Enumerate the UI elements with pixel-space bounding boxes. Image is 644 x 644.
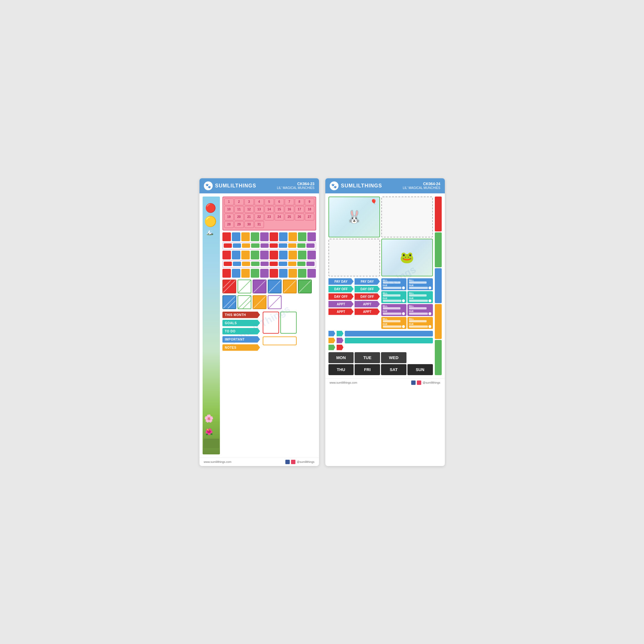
due-line-b2 <box>409 287 428 289</box>
header-left-2: 🐾 SUMLILTHINGS <box>330 181 382 190</box>
balloon-red: 🔴 <box>205 203 216 213</box>
due-circle-b1 <box>402 286 405 289</box>
appt-label-1: APPT <box>329 301 354 308</box>
instagram-icon-1 <box>291 460 295 464</box>
due-row-t2 <box>409 299 431 302</box>
bar-red-2 <box>269 232 278 241</box>
num-31: 31 <box>254 221 264 228</box>
bill-box-orange-1: BILL DUE <box>381 317 407 329</box>
hbar-blue-3 <box>233 262 241 266</box>
num-19: 19 <box>224 214 234 220</box>
due-row-o2 <box>409 325 431 328</box>
bill-label-p2: BILL <box>409 305 431 307</box>
due-row-t1 <box>383 299 405 302</box>
diagonal-svg-8 <box>238 296 251 308</box>
hbar-red-4 <box>269 262 278 266</box>
flag-bar-row-3 <box>329 345 433 350</box>
sheet-1-footer: www.sumlilthings.com @sumlilthings <box>199 458 319 466</box>
appt-label-4: APPT <box>355 308 380 315</box>
bill-box-purple-2: BILL DUE <box>408 304 433 316</box>
instagram-icon-2 <box>417 380 421 385</box>
num-7: 7 <box>285 198 294 205</box>
due-circle-b2 <box>429 286 431 289</box>
notes-flag: NOTES <box>222 344 260 351</box>
day-wed: WED <box>381 352 407 363</box>
bill-line-t2 <box>409 294 427 297</box>
days-row-1: MON TUE WED <box>329 352 433 363</box>
sq-orange-2 <box>252 295 266 309</box>
due-row-o1 <box>383 325 405 328</box>
num-6: 6 <box>275 198 284 205</box>
number-row-4: 28 29 30 31 <box>224 221 314 228</box>
bar-blue-3 <box>232 251 240 259</box>
appt-text-4: APPT <box>363 310 372 314</box>
outline-box-orange-wide <box>263 336 297 345</box>
bar-purple-4 <box>307 251 316 259</box>
bill-label-b1: BILL <box>383 279 405 281</box>
goals-label: GOALS <box>225 321 237 325</box>
left-decoration: 🔴 🟡 🏔️ 🌸 🌺 <box>203 197 220 454</box>
sheet-2-header: 🐾 SUMLILTHINGS CK064-24 LIL' MAGICAL MUN… <box>325 178 445 193</box>
logo-icon-2: 🐾 <box>330 181 339 190</box>
long-bar-blue <box>345 331 433 336</box>
num-13: 13 <box>254 206 264 213</box>
due-circle-o2 <box>429 325 431 328</box>
bar-purple-6 <box>307 269 316 278</box>
hbar-blue-4 <box>279 262 287 266</box>
product-subtitle-1: LIL' MAGICAL MUNCHIES <box>277 186 314 190</box>
payday-label-2: PAY DAY <box>355 278 380 285</box>
num-28: 28 <box>224 221 234 228</box>
dayoff-text-2: DAY OFF <box>361 287 374 291</box>
header-left-1: 🐾 SUMLILTHINGS <box>204 181 256 190</box>
num-4: 4 <box>254 198 264 205</box>
bars-row-1 <box>222 232 316 241</box>
due-row-b1 <box>383 286 405 289</box>
appt-text-1: APPT <box>337 303 345 306</box>
bill-line-o2 <box>409 320 427 322</box>
notes-label: NOTES <box>225 346 236 349</box>
bar-red-5 <box>222 269 231 278</box>
color-bars <box>222 232 316 278</box>
num-12: 12 <box>244 206 254 213</box>
due-line-t1 <box>383 300 402 302</box>
goals-flag: GOALS <box>222 320 260 326</box>
due-circle-p2 <box>429 312 431 315</box>
hbar-purple-1 <box>260 243 269 248</box>
mountain: 🏔️ <box>206 228 214 236</box>
svg-line-3 <box>253 280 266 293</box>
number-row-2: 10 11 12 13 14 15 16 17 18 <box>224 206 314 213</box>
social-handle-1: @sumlilthings <box>297 460 314 464</box>
bill-trackers-grid: BILL DUE BILL DU <box>381 278 433 329</box>
payday-label-1: PAY DAY <box>329 278 354 285</box>
svg-line-1 <box>223 280 231 288</box>
bar-purple-1 <box>260 232 269 241</box>
sheet-1-header: 🐾 SUMLILTHINGS CK064-23 LIL' MAGICAL MUN… <box>199 178 319 193</box>
sq-white-1 <box>237 295 251 309</box>
side-strip-orange <box>435 304 442 339</box>
bunny-sticker: 🐰 🎈 <box>329 197 380 237</box>
hbar-orange-4 <box>288 262 296 266</box>
due-label-o1: DUE <box>383 323 405 325</box>
bill-line-t1 <box>383 294 401 297</box>
flags-column: THIS MONTH GOALS TO DO IMPORTANT <box>222 312 260 351</box>
day-fri: FRI <box>355 364 380 375</box>
flag-bar-row-2 <box>329 338 433 343</box>
due-circle-t1 <box>402 299 405 302</box>
num-10: 10 <box>224 206 234 213</box>
due-label-t2: DUE <box>409 297 431 299</box>
facebook-icon-1 <box>285 460 290 464</box>
hbar-red-3 <box>224 262 232 266</box>
diagonal-svg-1 <box>223 280 236 293</box>
num-14: 14 <box>264 206 274 213</box>
mini-flag-red <box>337 345 344 350</box>
important-label: IMPORTANT <box>225 338 245 341</box>
events-bills-grid: PAY DAY PAY DAY DAY OFF <box>329 278 433 329</box>
side-strip-blue <box>435 268 442 303</box>
num-22: 22 <box>254 214 264 220</box>
bar-orange-4 <box>288 251 297 259</box>
logo-icon-1: 🐾 <box>204 181 213 190</box>
day-thu: THU <box>329 364 354 375</box>
outline-box-red <box>263 312 279 334</box>
num-empty-5 <box>305 221 314 228</box>
num-empty-4 <box>295 221 304 228</box>
